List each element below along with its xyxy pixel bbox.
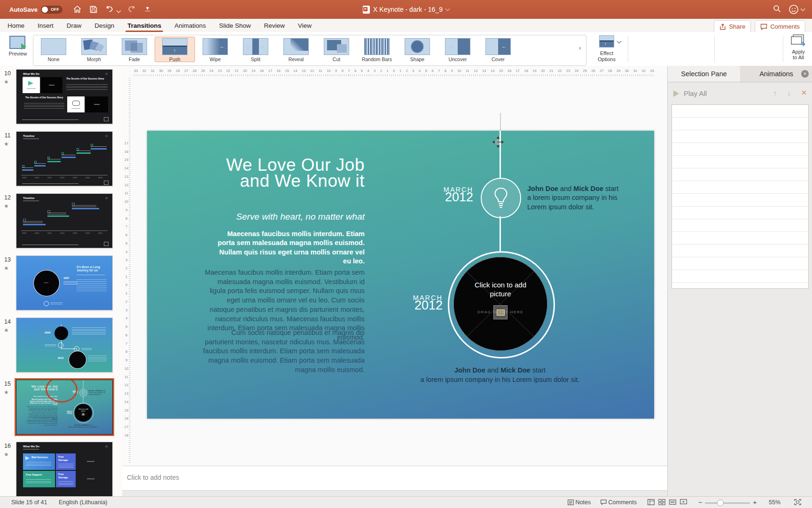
zoom-slider-track[interactable] [705,502,750,504]
timeline-line-lower[interactable] [500,216,501,252]
animation-star-indicator[interactable]: ★ [4,327,9,333]
move-later-icon[interactable]: ↓ [788,89,791,97]
tab-home[interactable]: Home [1,19,31,32]
zoom-slider-knob[interactable] [717,500,724,506]
transition-none[interactable]: None [33,37,74,62]
tab-transitions[interactable]: Transitions [121,19,168,32]
share-button[interactable]: Share [714,20,751,33]
apply-to-all-button[interactable]: Apply to All [786,34,811,64]
language-indicator[interactable]: English (Lithuania) [59,499,108,506]
autosave-toggle[interactable]: OFF [41,6,62,14]
animation-star-indicator[interactable]: ★ [4,203,9,209]
slideshow-view-button[interactable] [680,499,687,505]
comments-button[interactable]: Comments [755,20,805,33]
transition-random-bars[interactable]: Random Bars [357,37,397,62]
account-icon[interactable] [789,4,804,15]
effect-options-label: Effect Options [591,50,622,63]
save-icon[interactable] [89,5,98,14]
slide-thumbnail-12[interactable]: Timeline✕2009201020112012201320142015 [16,193,113,248]
effect-options-button[interactable]: ↑ Effect Options [591,35,622,63]
home-icon[interactable] [73,5,82,14]
tab-view[interactable]: View [291,19,318,32]
slide-paragraph-bold[interactable]: Maecenas faucibus mollis interdum. Etiam… [214,230,365,266]
slide-thumbnail-16[interactable]: What We Do✕ Mail Services FreeStorage Fr… [16,442,113,496]
timeline-idea-circle[interactable] [79,389,87,397]
ribbon-tab-row: HomeInsertDrawDesignTransitionsAnimation… [0,19,812,32]
zoom-in-button[interactable]: + [753,498,757,506]
event-top-text[interactable]: John Doe and Mick Doe start a lorem ipsu… [88,390,106,396]
transition-split[interactable]: ←→Split [235,37,276,62]
drag-image-icon[interactable] [493,305,508,319]
autosave-toggle-knob [42,7,48,13]
fit-slide-to-window-button[interactable] [794,499,801,505]
search-icon[interactable] [773,5,781,15]
animation-star-indicator[interactable]: ★ [4,265,9,271]
timeline-idea-circle[interactable] [481,178,521,218]
notes-toggle-button[interactable]: Notes [568,499,591,506]
reading-view-button[interactable] [669,499,676,505]
slide-thumbnail-13[interactable]: 1997 It's Been a LongJourney for us [16,255,113,310]
event-bottom-date[interactable]: MARCH 2012 [67,411,72,414]
move-earlier-icon[interactable]: ↑ [773,89,777,97]
animation-list[interactable] [671,104,809,289]
account-chevron [801,7,805,11]
transition-uncover[interactable]: ←Uncover [437,37,478,62]
slide-thumbnail-14[interactable]: 2006 2012 [16,318,113,373]
picture-placeholder[interactable]: Click icon to add picture DRAG IMAGE HER… [74,404,92,422]
slide-subtitle[interactable]: Serve with heart, no matter what [236,212,365,222]
tab-animations[interactable]: Animations [168,19,212,32]
play-all-icon[interactable] [673,90,679,97]
zoom-out-button[interactable]: − [698,498,703,506]
customize-toolbar-icon[interactable]: ▼— [143,5,152,14]
thumbnail-row-10: 10★What We Do✕ The Secrets of Our Succes… [0,69,122,126]
slide-title[interactable]: We Love Our Job and We Know it [226,157,365,189]
drag-image-icon[interactable] [82,413,85,416]
tab-draw[interactable]: Draw [60,19,88,32]
slide-paragraph-2[interactable]: Cum sociis natoque penatibus et magnis d… [203,328,365,375]
redo-icon[interactable] [127,5,136,14]
event-top-date[interactable]: MARCH 2012 [444,186,473,204]
slide-sorter-view-button[interactable] [658,499,665,505]
tab-selection-pane[interactable]: Selection Pane [668,66,740,82]
remove-animation-icon[interactable]: ✕ [801,89,807,96]
transition-push[interactable]: ↑Push [155,37,195,62]
slide-thumbnail-15-current[interactable]: We Love Our Job and We Know it Serve wit… [16,380,113,435]
undo-icon[interactable] [105,5,114,14]
event-bottom-caption[interactable]: John Doe and Mick Doe start a lorem ipsu… [67,425,99,428]
event-top-text[interactable]: John Doe and Mick Doe start a lorem ipsu… [527,184,621,212]
play-all-label[interactable]: Play All [684,89,707,97]
slide-thumbnail-10[interactable]: What We Do✕ The Secrets of Our Success S… [16,69,113,124]
notes-pane[interactable]: Click to add notes [122,466,667,491]
preview-button[interactable]: Preview [5,35,31,63]
undo-dropdown-chevron[interactable] [117,8,121,13]
transition-fade[interactable]: Fade [114,37,155,62]
slide-canvas[interactable]: We Love Our Job and We Know it Serve wit… [147,131,654,419]
transition-shape[interactable]: Shape [397,37,437,62]
picture-placeholder[interactable]: Click icon to add picture DRAG IMAGE HER… [453,257,547,351]
comments-toggle-button[interactable]: Comments [601,499,637,506]
slide-thumbnail-11[interactable]: Timeline✕2009201020112012201320142015 [16,131,113,186]
animation-star-indicator[interactable]: ★ [4,141,9,147]
transition-wipe[interactable]: ←Wipe [195,37,235,62]
tab-design[interactable]: Design [88,19,121,32]
animation-star-indicator[interactable]: ★ [4,389,9,396]
animation-star-indicator[interactable]: ★ [4,451,9,458]
transition-morph[interactable]: Morph [74,37,114,62]
event-bottom-date[interactable]: MARCH 2012 [413,294,443,312]
slide-paragraph-2[interactable]: Cum sociis natoque penatibus et magnis d… [27,417,57,426]
transition-cover[interactable]: ←Cover [478,37,518,62]
picture-placeholder-text: Click icon to add picture [454,281,547,299]
move-cursor [492,136,504,148]
tab-insert[interactable]: Insert [31,19,60,32]
normal-view-button[interactable] [648,499,655,505]
panel-close-icon[interactable]: ✕ [801,70,809,78]
tab-review[interactable]: Review [258,19,291,32]
gallery-more-arrow[interactable]: › [579,44,581,51]
transition-reveal[interactable]: Reveal [276,37,316,62]
zoom-percentage[interactable]: 55% [769,499,781,506]
tab-slide-show[interactable]: Slide Show [212,19,258,32]
animation-star-indicator[interactable]: ★ [4,79,9,85]
document-title-group[interactable]: P X Keynote - dark - 16_9 [363,0,449,19]
event-bottom-caption[interactable]: John Doe and Mick Doe start a lorem ipsu… [415,366,585,384]
transition-cut[interactable]: Cut [316,37,357,62]
